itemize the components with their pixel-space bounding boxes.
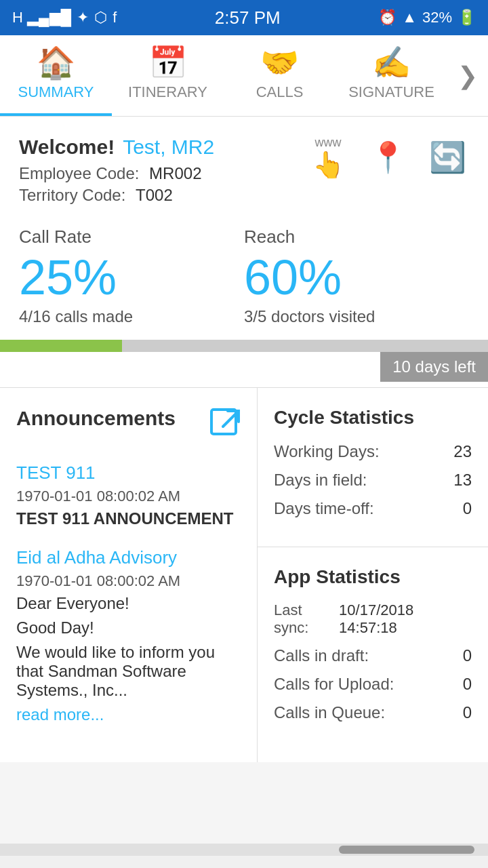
tab-signature-label: SIGNATURE — [348, 83, 434, 101]
status-left: H ▂▄▆█ ✦ ⬡ f — [12, 9, 117, 26]
last-sync-row: Last sync: 10/17/2018 14:57:18 — [274, 601, 472, 637]
stats-section: Call Rate 25% 4/16 calls made Reach 60% … — [0, 220, 488, 340]
external-link-button[interactable] — [209, 408, 241, 446]
cycle-stat-row-2: Days time-off: 0 — [274, 499, 472, 518]
app-stat-val-1: 0 — [463, 675, 472, 694]
app-stat-row-0: Calls in draft: 0 — [274, 646, 472, 665]
wifi-icon: ▲ — [402, 9, 417, 26]
cycle-stat-val-2: 0 — [463, 499, 472, 518]
bottom-panels: Announcements TEST 911 1970-01-01 08:00:… — [0, 387, 488, 762]
chevron-right-icon: ❯ — [458, 62, 478, 90]
reach-block: Reach 60% 3/5 doctors visited — [244, 226, 469, 326]
svg-rect-0 — [211, 410, 236, 434]
territory-label: Territory Code: — [19, 186, 125, 204]
cycle-stat-val-0: 23 — [453, 442, 472, 461]
app-stat-label-0: Calls in draft: — [274, 646, 369, 665]
ann-body3-2: Good Day! — [16, 618, 241, 637]
battery-text: 32% — [422, 9, 452, 26]
cycle-stat-label-1: Days in field: — [274, 471, 367, 490]
welcome-name: Test, MR2 — [123, 136, 214, 159]
announcement-item-2: Eid al Adha Advisory 1970-01-01 08:00:02… — [16, 547, 241, 724]
scrollbar-thumb[interactable] — [339, 846, 474, 854]
welcome-text: Welcome! Test, MR2 — [19, 136, 214, 159]
progress-fill — [0, 340, 122, 352]
status-bar: H ▂▄▆█ ✦ ⬡ f 2:57 PM ⏰ ▲ 32% 🔋 — [0, 0, 488, 35]
cycle-stat-label-0: Working Days: — [274, 442, 380, 461]
signature-icon: ✍ — [372, 47, 411, 78]
app-stat-val-0: 0 — [463, 646, 472, 665]
main-content: Welcome! Test, MR2 Employee Code: MR002 … — [0, 117, 488, 856]
app-stat-row-1: Calls for Upload: 0 — [274, 675, 472, 694]
progress-container: 10 days left — [0, 340, 488, 352]
employee-value: MR002 — [149, 164, 201, 182]
tab-calls[interactable]: 🤝 CALLS — [224, 35, 336, 116]
refresh-icon: 🔄 — [429, 140, 466, 175]
signal-icon: H ▂▄▆█ — [12, 9, 71, 26]
call-rate-value: 25% — [19, 253, 244, 302]
scrollbar-area — [0, 844, 488, 856]
map-pin-icon: 📍 — [369, 140, 407, 175]
ann-date-2: 1970-01-01 08:00:02 AM — [16, 572, 241, 590]
reach-sub: 3/5 doctors visited — [244, 307, 469, 326]
tab-signature[interactable]: ✍ SIGNATURE — [336, 35, 447, 116]
facebook-icon: f — [113, 9, 117, 26]
ann-date-1: 1970-01-01 08:00:02 AM — [16, 488, 241, 505]
cycle-stats-title: Cycle Statistics — [274, 407, 472, 429]
reach-value: 60% — [244, 253, 469, 302]
tab-more-button[interactable]: ❯ — [447, 35, 488, 116]
home-icon: 🏠 — [37, 47, 75, 78]
app-stat-row-2: Calls in Queue: 0 — [274, 703, 472, 722]
announcement-item-1: TEST 911 1970-01-01 08:00:02 AM TEST 911… — [16, 462, 241, 528]
stats-panel: Cycle Statistics Working Days: 23 Days i… — [258, 388, 488, 762]
territory-value: T002 — [136, 186, 173, 204]
app-stat-val-2: 0 — [463, 703, 472, 722]
tab-itinerary-label: ITINERARY — [128, 83, 207, 101]
announcements-header: Announcements — [16, 407, 241, 446]
welcome-section: Welcome! Test, MR2 Employee Code: MR002 … — [0, 117, 488, 220]
territory-row: Territory Code: T002 — [19, 186, 214, 205]
welcome-label: Welcome! — [19, 136, 115, 159]
location-button[interactable]: 📍 — [366, 136, 409, 179]
usb-icon: ✦ — [77, 9, 89, 26]
read-more-button-2[interactable]: read more... — [16, 705, 241, 724]
tab-summary[interactable]: 🏠 SUMMARY — [0, 35, 112, 116]
cycle-stats-section: Cycle Statistics Working Days: 23 Days i… — [258, 388, 488, 547]
call-rate-block: Call Rate 25% 4/16 calls made — [19, 226, 244, 326]
battery-icon: 🔋 — [458, 9, 476, 26]
nfc-icon: ⬡ — [94, 9, 107, 26]
last-sync-value: 10/17/2018 14:57:18 — [339, 601, 472, 637]
app-stat-label-2: Calls in Queue: — [274, 703, 385, 722]
cycle-stat-row-0: Working Days: 23 — [274, 442, 472, 461]
ann-title-2[interactable]: Eid al Adha Advisory — [16, 547, 241, 568]
ann-body2-2: Dear Everyone! — [16, 594, 241, 613]
cycle-stat-row-1: Days in field: 13 — [274, 471, 472, 490]
pointer-icon: 👆 — [312, 150, 344, 180]
app-stats-section: App Statistics Last sync: 10/17/2018 14:… — [258, 547, 488, 751]
employee-label: Employee Code: — [19, 164, 139, 182]
ann-body-1: TEST 911 ANNOUNCEMENT — [16, 509, 241, 528]
call-rate-sub: 4/16 calls made — [19, 307, 244, 326]
app-stats-title: App Statistics — [274, 566, 472, 588]
calendar-icon: 📅 — [148, 47, 187, 78]
ann-title-1[interactable]: TEST 911 — [16, 462, 241, 484]
ann-excerpt-2: We would like to inform you that Sandman… — [16, 643, 241, 700]
welcome-action-icons: www 👆 📍 🔄 — [306, 136, 469, 179]
cycle-stat-label-2: Days time-off: — [274, 499, 374, 518]
status-right: ⏰ ▲ 32% 🔋 — [378, 9, 476, 26]
tab-calls-label: CALLS — [256, 83, 304, 101]
alarm-icon: ⏰ — [378, 9, 396, 26]
announcements-panel: Announcements TEST 911 1970-01-01 08:00:… — [0, 388, 258, 762]
cycle-stat-val-1: 13 — [453, 471, 472, 490]
employee-row: Employee Code: MR002 — [19, 164, 214, 183]
status-time: 2:57 PM — [215, 7, 281, 28]
welcome-info: Welcome! Test, MR2 Employee Code: MR002 … — [19, 136, 214, 208]
sync-button[interactable]: 🔄 — [426, 136, 469, 179]
days-left-badge: 10 days left — [380, 352, 488, 382]
tab-summary-label: SUMMARY — [18, 83, 94, 101]
www-label: www — [315, 136, 342, 150]
tab-itinerary[interactable]: 📅 ITINERARY — [112, 35, 224, 116]
last-sync-label: Last sync: — [274, 601, 339, 637]
web-button[interactable]: www 👆 — [306, 136, 350, 179]
call-rate-label: Call Rate — [19, 226, 244, 248]
app-stat-label-1: Calls for Upload: — [274, 675, 394, 694]
